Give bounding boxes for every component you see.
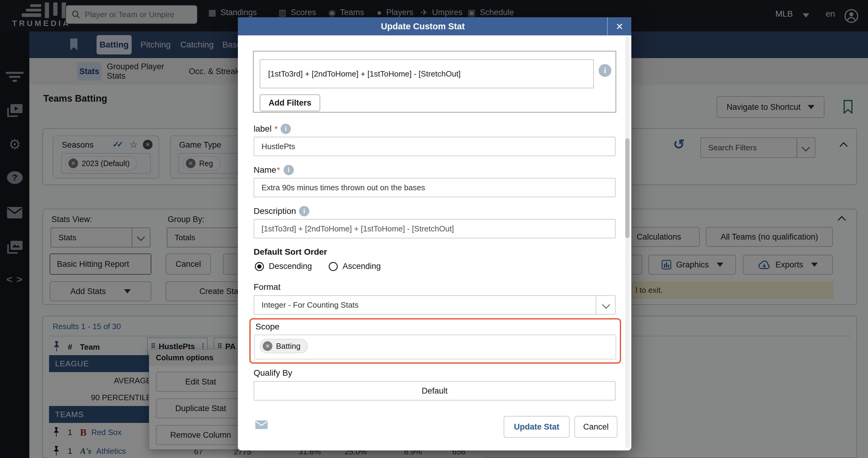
update-custom-stat-modal: Update Custom Stat × [1stTo3rd] + [2ndTo… [238, 17, 631, 451]
add-filters-button[interactable]: Add Filters [260, 94, 320, 111]
name-info-icon[interactable]: i [284, 165, 294, 175]
name-input[interactable]: Extra 90s minus times thrown out on the … [254, 178, 616, 197]
description-field-label: Description i [254, 206, 309, 216]
sort-order-label: Default Sort Order [254, 247, 327, 257]
scope-field[interactable]: × Batting [254, 335, 616, 359]
scope-label: Scope [255, 322, 279, 332]
required-asterisk: * [277, 165, 280, 175]
modal-header: Update Custom Stat × [238, 17, 631, 35]
qualify-by-label: Qualify By [254, 368, 292, 378]
radio-selected-icon [255, 262, 264, 271]
scope-highlight-box: Scope × Batting [249, 318, 621, 364]
name-field-label: Name * i [254, 165, 294, 175]
email-icon[interactable] [255, 420, 268, 430]
format-select[interactable]: Integer - For Counting Stats [254, 295, 616, 315]
chevron-down-icon [602, 301, 610, 309]
remove-scope-icon[interactable]: × [263, 341, 272, 351]
description-info-icon[interactable]: i [299, 206, 309, 216]
modal-title: Update Custom Stat [238, 17, 608, 35]
description-input[interactable]: [1stTo3rd] + [2ndToHome] + [1stToHome] -… [254, 219, 616, 238]
radio-ascending[interactable]: Ascending [329, 262, 381, 271]
radio-descending[interactable]: Descending [255, 262, 312, 271]
modal-cancel-button[interactable]: Cancel [575, 416, 617, 438]
close-icon[interactable]: × [607, 17, 631, 35]
label-input[interactable]: HustlePts [254, 137, 616, 156]
update-stat-button[interactable]: Update Stat [504, 416, 569, 438]
required-asterisk: * [275, 124, 278, 134]
scope-chip[interactable]: × Batting [260, 339, 308, 353]
formula-panel: [1stTo3rd] + [2ndToHome] + [1stToHome] -… [253, 51, 616, 112]
qualify-by-button[interactable]: Default [254, 381, 616, 400]
label-field-label: label * i [254, 124, 291, 134]
format-label: Format [254, 282, 281, 292]
modal-scrollbar[interactable] [625, 37, 629, 448]
modal-scrollbar-thumb[interactable] [625, 138, 629, 238]
formula-input[interactable]: [1stTo3rd] + [2ndToHome] + [1stToHome] -… [260, 59, 594, 88]
label-info-icon[interactable]: i [281, 124, 291, 134]
formula-info-icon[interactable]: i [599, 64, 611, 77]
radio-unselected-icon [329, 262, 338, 271]
